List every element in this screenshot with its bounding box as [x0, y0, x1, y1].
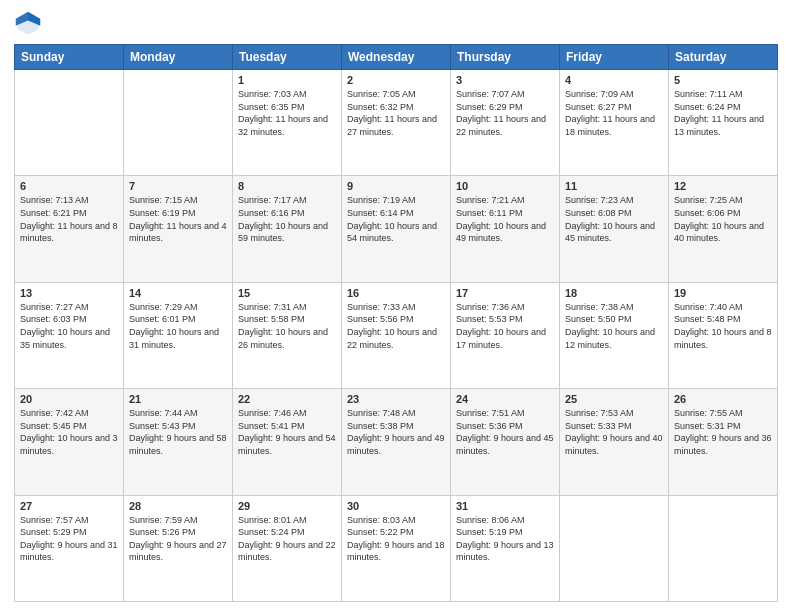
logo-icon: [14, 10, 42, 38]
calendar-cell: 24Sunrise: 7:51 AM Sunset: 5:36 PM Dayli…: [451, 389, 560, 495]
calendar-cell: [560, 495, 669, 601]
calendar-cell: 1Sunrise: 7:03 AM Sunset: 6:35 PM Daylig…: [233, 70, 342, 176]
calendar-cell: 4Sunrise: 7:09 AM Sunset: 6:27 PM Daylig…: [560, 70, 669, 176]
day-info: Sunrise: 7:53 AM Sunset: 5:33 PM Dayligh…: [565, 407, 663, 457]
header: [14, 10, 778, 38]
calendar-cell: 12Sunrise: 7:25 AM Sunset: 6:06 PM Dayli…: [669, 176, 778, 282]
calendar-table: SundayMondayTuesdayWednesdayThursdayFrid…: [14, 44, 778, 602]
day-number: 21: [129, 393, 227, 405]
day-info: Sunrise: 7:44 AM Sunset: 5:43 PM Dayligh…: [129, 407, 227, 457]
day-info: Sunrise: 7:05 AM Sunset: 6:32 PM Dayligh…: [347, 88, 445, 138]
calendar-cell: 20Sunrise: 7:42 AM Sunset: 5:45 PM Dayli…: [15, 389, 124, 495]
weekday-header: Tuesday: [233, 45, 342, 70]
calendar-row: 13Sunrise: 7:27 AM Sunset: 6:03 PM Dayli…: [15, 282, 778, 388]
calendar-cell: 16Sunrise: 7:33 AM Sunset: 5:56 PM Dayli…: [342, 282, 451, 388]
calendar-cell: 18Sunrise: 7:38 AM Sunset: 5:50 PM Dayli…: [560, 282, 669, 388]
logo: [14, 10, 46, 38]
day-info: Sunrise: 8:03 AM Sunset: 5:22 PM Dayligh…: [347, 514, 445, 564]
day-number: 7: [129, 180, 227, 192]
day-number: 5: [674, 74, 772, 86]
calendar-cell: 5Sunrise: 7:11 AM Sunset: 6:24 PM Daylig…: [669, 70, 778, 176]
day-number: 26: [674, 393, 772, 405]
weekday-header: Wednesday: [342, 45, 451, 70]
calendar-cell: 29Sunrise: 8:01 AM Sunset: 5:24 PM Dayli…: [233, 495, 342, 601]
weekday-header: Saturday: [669, 45, 778, 70]
calendar-row: 1Sunrise: 7:03 AM Sunset: 6:35 PM Daylig…: [15, 70, 778, 176]
day-info: Sunrise: 7:17 AM Sunset: 6:16 PM Dayligh…: [238, 194, 336, 244]
calendar-cell: 7Sunrise: 7:15 AM Sunset: 6:19 PM Daylig…: [124, 176, 233, 282]
day-info: Sunrise: 7:46 AM Sunset: 5:41 PM Dayligh…: [238, 407, 336, 457]
page: SundayMondayTuesdayWednesdayThursdayFrid…: [0, 0, 792, 612]
day-info: Sunrise: 7:40 AM Sunset: 5:48 PM Dayligh…: [674, 301, 772, 351]
day-info: Sunrise: 7:27 AM Sunset: 6:03 PM Dayligh…: [20, 301, 118, 351]
calendar-cell: 26Sunrise: 7:55 AM Sunset: 5:31 PM Dayli…: [669, 389, 778, 495]
day-number: 22: [238, 393, 336, 405]
calendar-cell: 6Sunrise: 7:13 AM Sunset: 6:21 PM Daylig…: [15, 176, 124, 282]
calendar-cell: 11Sunrise: 7:23 AM Sunset: 6:08 PM Dayli…: [560, 176, 669, 282]
calendar-cell: 23Sunrise: 7:48 AM Sunset: 5:38 PM Dayli…: [342, 389, 451, 495]
day-number: 24: [456, 393, 554, 405]
calendar-cell: 2Sunrise: 7:05 AM Sunset: 6:32 PM Daylig…: [342, 70, 451, 176]
day-number: 11: [565, 180, 663, 192]
day-number: 14: [129, 287, 227, 299]
day-number: 17: [456, 287, 554, 299]
day-info: Sunrise: 7:13 AM Sunset: 6:21 PM Dayligh…: [20, 194, 118, 244]
calendar-cell: [669, 495, 778, 601]
calendar-cell: [124, 70, 233, 176]
day-info: Sunrise: 7:48 AM Sunset: 5:38 PM Dayligh…: [347, 407, 445, 457]
day-number: 1: [238, 74, 336, 86]
day-number: 31: [456, 500, 554, 512]
day-number: 4: [565, 74, 663, 86]
calendar-cell: 31Sunrise: 8:06 AM Sunset: 5:19 PM Dayli…: [451, 495, 560, 601]
day-info: Sunrise: 7:15 AM Sunset: 6:19 PM Dayligh…: [129, 194, 227, 244]
day-number: 19: [674, 287, 772, 299]
day-info: Sunrise: 7:07 AM Sunset: 6:29 PM Dayligh…: [456, 88, 554, 138]
day-info: Sunrise: 7:19 AM Sunset: 6:14 PM Dayligh…: [347, 194, 445, 244]
day-number: 15: [238, 287, 336, 299]
day-info: Sunrise: 7:31 AM Sunset: 5:58 PM Dayligh…: [238, 301, 336, 351]
day-number: 27: [20, 500, 118, 512]
day-number: 10: [456, 180, 554, 192]
day-number: 29: [238, 500, 336, 512]
day-info: Sunrise: 7:33 AM Sunset: 5:56 PM Dayligh…: [347, 301, 445, 351]
day-number: 12: [674, 180, 772, 192]
calendar-cell: 9Sunrise: 7:19 AM Sunset: 6:14 PM Daylig…: [342, 176, 451, 282]
day-info: Sunrise: 8:01 AM Sunset: 5:24 PM Dayligh…: [238, 514, 336, 564]
day-info: Sunrise: 7:03 AM Sunset: 6:35 PM Dayligh…: [238, 88, 336, 138]
day-number: 2: [347, 74, 445, 86]
day-number: 28: [129, 500, 227, 512]
day-info: Sunrise: 7:51 AM Sunset: 5:36 PM Dayligh…: [456, 407, 554, 457]
calendar-cell: 14Sunrise: 7:29 AM Sunset: 6:01 PM Dayli…: [124, 282, 233, 388]
calendar-cell: 25Sunrise: 7:53 AM Sunset: 5:33 PM Dayli…: [560, 389, 669, 495]
calendar-cell: 8Sunrise: 7:17 AM Sunset: 6:16 PM Daylig…: [233, 176, 342, 282]
weekday-header: Friday: [560, 45, 669, 70]
day-info: Sunrise: 8:06 AM Sunset: 5:19 PM Dayligh…: [456, 514, 554, 564]
calendar-row: 20Sunrise: 7:42 AM Sunset: 5:45 PM Dayli…: [15, 389, 778, 495]
calendar-cell: 3Sunrise: 7:07 AM Sunset: 6:29 PM Daylig…: [451, 70, 560, 176]
day-info: Sunrise: 7:09 AM Sunset: 6:27 PM Dayligh…: [565, 88, 663, 138]
day-info: Sunrise: 7:21 AM Sunset: 6:11 PM Dayligh…: [456, 194, 554, 244]
calendar-cell: [15, 70, 124, 176]
day-number: 25: [565, 393, 663, 405]
calendar-cell: 13Sunrise: 7:27 AM Sunset: 6:03 PM Dayli…: [15, 282, 124, 388]
day-number: 16: [347, 287, 445, 299]
day-number: 8: [238, 180, 336, 192]
weekday-header: Sunday: [15, 45, 124, 70]
calendar-cell: 30Sunrise: 8:03 AM Sunset: 5:22 PM Dayli…: [342, 495, 451, 601]
day-info: Sunrise: 7:42 AM Sunset: 5:45 PM Dayligh…: [20, 407, 118, 457]
day-info: Sunrise: 7:57 AM Sunset: 5:29 PM Dayligh…: [20, 514, 118, 564]
day-info: Sunrise: 7:11 AM Sunset: 6:24 PM Dayligh…: [674, 88, 772, 138]
day-info: Sunrise: 7:29 AM Sunset: 6:01 PM Dayligh…: [129, 301, 227, 351]
day-number: 6: [20, 180, 118, 192]
calendar-cell: 10Sunrise: 7:21 AM Sunset: 6:11 PM Dayli…: [451, 176, 560, 282]
day-number: 20: [20, 393, 118, 405]
calendar-cell: 21Sunrise: 7:44 AM Sunset: 5:43 PM Dayli…: [124, 389, 233, 495]
weekday-header: Monday: [124, 45, 233, 70]
day-number: 13: [20, 287, 118, 299]
day-info: Sunrise: 7:59 AM Sunset: 5:26 PM Dayligh…: [129, 514, 227, 564]
calendar-cell: 17Sunrise: 7:36 AM Sunset: 5:53 PM Dayli…: [451, 282, 560, 388]
day-info: Sunrise: 7:55 AM Sunset: 5:31 PM Dayligh…: [674, 407, 772, 457]
day-number: 9: [347, 180, 445, 192]
day-info: Sunrise: 7:36 AM Sunset: 5:53 PM Dayligh…: [456, 301, 554, 351]
day-info: Sunrise: 7:38 AM Sunset: 5:50 PM Dayligh…: [565, 301, 663, 351]
